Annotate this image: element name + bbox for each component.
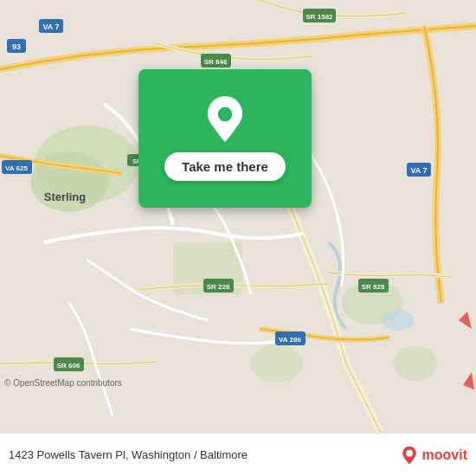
svg-point-6 — [251, 344, 303, 383]
svg-text:SR 606: SR 606 — [57, 362, 80, 370]
map-container: VA 7 SR 1582 93 SR 846 VA 625 VA 7 SR SR… — [0, 0, 476, 433]
address-text: 1423 Powells Tavern Pl, Washington / Bal… — [9, 448, 248, 461]
svg-text:SR 828: SR 828 — [362, 283, 385, 291]
svg-point-7 — [383, 310, 414, 331]
svg-text:VA 7: VA 7 — [410, 166, 427, 175]
svg-text:SR 846: SR 846 — [204, 58, 228, 66]
svg-point-34 — [218, 107, 233, 121]
svg-text:Sterling: Sterling — [44, 190, 86, 203]
moovit-logo: moovit — [400, 446, 467, 465]
green-overlay[interactable]: Take me there — [138, 69, 312, 208]
location-pin-icon — [203, 96, 247, 144]
take-me-there-button[interactable]: Take me there — [164, 152, 286, 181]
svg-point-35 — [406, 449, 413, 456]
moovit-pin-icon — [400, 446, 419, 465]
moovit-text: moovit — [422, 447, 467, 463]
svg-text:SR 228: SR 228 — [207, 283, 230, 291]
svg-text:VA 7: VA 7 — [42, 23, 59, 31]
svg-text:93: 93 — [12, 42, 21, 51]
svg-point-5 — [394, 346, 437, 381]
svg-text:VA 625: VA 625 — [5, 164, 28, 172]
svg-text:VA 286: VA 286 — [279, 336, 301, 344]
svg-text:SR 1582: SR 1582 — [306, 13, 333, 21]
bottom-bar: 1423 Powells Tavern Pl, Washington / Bal… — [0, 433, 476, 476]
map-background: VA 7 SR 1582 93 SR 846 VA 625 VA 7 SR SR… — [0, 0, 476, 433]
osm-credit: © OpenStreetMap contributors — [4, 378, 122, 388]
